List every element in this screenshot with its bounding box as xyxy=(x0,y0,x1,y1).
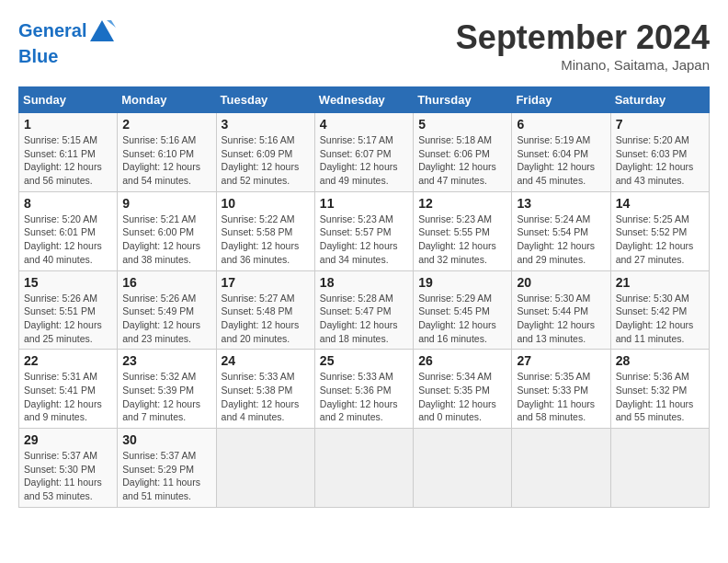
calendar-cell xyxy=(216,429,314,508)
day-info: Sunrise: 5:35 AMSunset: 5:33 PMDaylight:… xyxy=(517,370,605,424)
col-header-friday: Friday xyxy=(512,87,610,113)
svg-marker-1 xyxy=(107,20,116,28)
day-info: Sunrise: 5:37 AMSunset: 5:30 PMDaylight:… xyxy=(24,449,112,503)
calendar-cell: 9Sunrise: 5:21 AMSunset: 6:00 PMDaylight… xyxy=(118,191,216,270)
calendar-cell: 27Sunrise: 5:35 AMSunset: 5:33 PMDayligh… xyxy=(512,350,610,429)
day-info: Sunrise: 5:30 AMSunset: 5:44 PMDaylight:… xyxy=(517,292,605,346)
day-number: 8 xyxy=(24,196,112,211)
day-info: Sunrise: 5:15 AMSunset: 6:11 PMDaylight:… xyxy=(24,133,112,188)
day-number: 12 xyxy=(418,196,506,211)
day-number: 13 xyxy=(517,196,605,211)
day-info: Sunrise: 5:17 AMSunset: 6:07 PMDaylight:… xyxy=(320,133,408,188)
day-number: 27 xyxy=(517,353,605,368)
calendar-cell: 24Sunrise: 5:33 AMSunset: 5:38 PMDayligh… xyxy=(216,350,314,429)
day-number: 19 xyxy=(418,275,506,290)
calendar-cell: 13Sunrise: 5:24 AMSunset: 5:54 PMDayligh… xyxy=(512,191,610,270)
day-number: 20 xyxy=(517,275,605,290)
day-number: 18 xyxy=(320,275,408,290)
day-number: 26 xyxy=(418,353,506,368)
col-header-wednesday: Wednesday xyxy=(314,87,413,113)
day-number: 1 xyxy=(24,117,112,132)
day-number: 14 xyxy=(616,196,704,211)
day-number: 30 xyxy=(122,432,210,447)
logo-blue: Blue xyxy=(18,46,118,66)
day-number: 5 xyxy=(418,117,506,132)
day-info: Sunrise: 5:33 AMSunset: 5:38 PMDaylight:… xyxy=(222,370,310,424)
calendar-cell: 10Sunrise: 5:22 AMSunset: 5:58 PMDayligh… xyxy=(216,191,314,270)
day-info: Sunrise: 5:26 AMSunset: 5:51 PMDaylight:… xyxy=(24,292,112,346)
col-header-tuesday: Tuesday xyxy=(216,87,314,113)
day-info: Sunrise: 5:31 AMSunset: 5:41 PMDaylight:… xyxy=(24,370,112,424)
day-number: 9 xyxy=(122,196,210,211)
calendar-cell xyxy=(512,429,610,508)
day-info: Sunrise: 5:28 AMSunset: 5:47 PMDaylight:… xyxy=(320,292,408,346)
calendar-cell: 26Sunrise: 5:34 AMSunset: 5:35 PMDayligh… xyxy=(414,350,512,429)
day-number: 2 xyxy=(122,117,210,132)
day-info: Sunrise: 5:34 AMSunset: 5:35 PMDaylight:… xyxy=(418,370,506,424)
calendar-cell: 17Sunrise: 5:27 AMSunset: 5:48 PMDayligh… xyxy=(216,270,314,350)
calendar-cell: 16Sunrise: 5:26 AMSunset: 5:49 PMDayligh… xyxy=(118,270,216,350)
calendar-cell: 14Sunrise: 5:25 AMSunset: 5:52 PMDayligh… xyxy=(610,191,709,270)
day-info: Sunrise: 5:23 AMSunset: 5:55 PMDaylight:… xyxy=(418,213,506,267)
calendar-cell: 28Sunrise: 5:36 AMSunset: 5:32 PMDayligh… xyxy=(610,350,709,429)
day-number: 10 xyxy=(222,196,310,211)
calendar-cell: 20Sunrise: 5:30 AMSunset: 5:44 PMDayligh… xyxy=(512,270,610,350)
day-number: 21 xyxy=(616,275,704,290)
col-header-sunday: Sunday xyxy=(19,87,118,113)
day-number: 29 xyxy=(24,432,112,447)
calendar-cell: 18Sunrise: 5:28 AMSunset: 5:47 PMDayligh… xyxy=(314,270,413,350)
logo-text: General xyxy=(18,18,118,46)
day-number: 3 xyxy=(222,117,310,132)
day-number: 4 xyxy=(320,117,408,132)
day-info: Sunrise: 5:24 AMSunset: 5:54 PMDaylight:… xyxy=(517,213,605,267)
day-info: Sunrise: 5:23 AMSunset: 5:57 PMDaylight:… xyxy=(320,213,408,267)
day-info: Sunrise: 5:19 AMSunset: 6:04 PMDaylight:… xyxy=(517,133,605,188)
day-info: Sunrise: 5:30 AMSunset: 5:42 PMDaylight:… xyxy=(616,292,704,346)
logo: General Blue xyxy=(18,18,118,66)
day-number: 22 xyxy=(24,353,112,368)
page-header: General Blue September 2024 Minano, Sait… xyxy=(18,18,710,73)
day-number: 11 xyxy=(320,196,408,211)
calendar-cell xyxy=(314,429,413,508)
calendar-cell: 7Sunrise: 5:20 AMSunset: 6:03 PMDaylight… xyxy=(610,113,709,192)
day-info: Sunrise: 5:36 AMSunset: 5:32 PMDaylight:… xyxy=(616,370,704,424)
month-title: September 2024 xyxy=(456,18,710,57)
day-info: Sunrise: 5:21 AMSunset: 6:00 PMDaylight:… xyxy=(122,213,210,267)
title-block: September 2024 Minano, Saitama, Japan xyxy=(456,18,710,73)
calendar-cell xyxy=(610,429,709,508)
day-info: Sunrise: 5:37 AMSunset: 5:29 PMDaylight:… xyxy=(122,449,210,503)
calendar-cell: 22Sunrise: 5:31 AMSunset: 5:41 PMDayligh… xyxy=(19,350,118,429)
day-number: 24 xyxy=(222,353,310,368)
calendar-cell: 5Sunrise: 5:18 AMSunset: 6:06 PMDaylight… xyxy=(414,113,512,192)
calendar-cell: 29Sunrise: 5:37 AMSunset: 5:30 PMDayligh… xyxy=(19,429,118,508)
col-header-monday: Monday xyxy=(118,87,216,113)
day-info: Sunrise: 5:27 AMSunset: 5:48 PMDaylight:… xyxy=(222,292,310,346)
calendar-cell: 30Sunrise: 5:37 AMSunset: 5:29 PMDayligh… xyxy=(118,429,216,508)
day-number: 28 xyxy=(616,353,704,368)
day-number: 23 xyxy=(122,353,210,368)
day-info: Sunrise: 5:29 AMSunset: 5:45 PMDaylight:… xyxy=(418,292,506,346)
svg-marker-0 xyxy=(90,20,114,41)
day-info: Sunrise: 5:32 AMSunset: 5:39 PMDaylight:… xyxy=(122,370,210,424)
day-number: 15 xyxy=(24,275,112,290)
day-number: 7 xyxy=(616,117,704,132)
calendar-cell xyxy=(414,429,512,508)
calendar-cell: 8Sunrise: 5:20 AMSunset: 6:01 PMDaylight… xyxy=(19,191,118,270)
day-info: Sunrise: 5:25 AMSunset: 5:52 PMDaylight:… xyxy=(616,213,704,267)
day-info: Sunrise: 5:18 AMSunset: 6:06 PMDaylight:… xyxy=(418,133,506,188)
calendar-cell: 12Sunrise: 5:23 AMSunset: 5:55 PMDayligh… xyxy=(414,191,512,270)
calendar-cell: 23Sunrise: 5:32 AMSunset: 5:39 PMDayligh… xyxy=(118,350,216,429)
day-info: Sunrise: 5:16 AMSunset: 6:09 PMDaylight:… xyxy=(222,133,310,188)
day-info: Sunrise: 5:20 AMSunset: 6:03 PMDaylight:… xyxy=(616,133,704,188)
calendar-cell: 3Sunrise: 5:16 AMSunset: 6:09 PMDaylight… xyxy=(216,113,314,192)
day-number: 16 xyxy=(122,275,210,290)
col-header-thursday: Thursday xyxy=(414,87,512,113)
calendar-cell: 6Sunrise: 5:19 AMSunset: 6:04 PMDaylight… xyxy=(512,113,610,192)
day-number: 6 xyxy=(517,117,605,132)
calendar-cell: 11Sunrise: 5:23 AMSunset: 5:57 PMDayligh… xyxy=(314,191,413,270)
day-info: Sunrise: 5:33 AMSunset: 5:36 PMDaylight:… xyxy=(320,370,408,424)
day-number: 25 xyxy=(320,353,408,368)
day-info: Sunrise: 5:16 AMSunset: 6:10 PMDaylight:… xyxy=(122,133,210,188)
calendar-cell: 15Sunrise: 5:26 AMSunset: 5:51 PMDayligh… xyxy=(19,270,118,350)
day-info: Sunrise: 5:20 AMSunset: 6:01 PMDaylight:… xyxy=(24,213,112,267)
